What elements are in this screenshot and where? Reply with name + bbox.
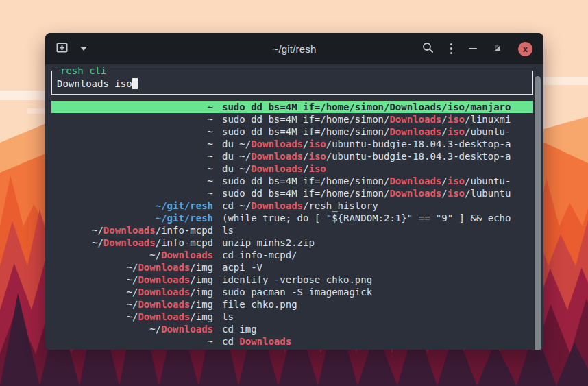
row-command: (while true; do [ "${RANDOM:2:1}" == "9"… [213,212,533,224]
history-row[interactable]: ~/Downloadscd img [51,323,533,335]
new-tab-icon [56,43,68,56]
row-directory: ~/git/resh [51,212,213,224]
history-row[interactable]: ~/Downloads/info-mcpdunzip minhs2.zip [51,237,533,249]
history-row[interactable]: ~/Downloads/imgsudo pacman -S imagemagic… [51,286,533,298]
row-directory: ~ [51,175,213,187]
row-command: sudo dd bs=4M if=/home/simon/Downloads/i… [213,101,533,113]
row-command: du ~/Downloads/iso [213,162,533,175]
row-directory: ~ [51,138,213,150]
row-directory: ~ [51,125,213,138]
history-row[interactable]: ~/Downloads/imgfile chko.png [51,298,533,311]
history-row[interactable]: ~/git/resh(while true; do [ "${RANDOM:2:… [51,212,533,224]
row-directory: ~/Downloads/info-mcpd [51,224,213,237]
menu-button[interactable] [450,43,453,55]
new-tab-button[interactable] [56,43,68,56]
row-directory: ~/Downloads/img [51,298,213,311]
row-command: sudo dd bs=4M if=/home/simon/Downloads/i… [213,125,533,138]
history-row[interactable]: ~du ~/Downloads/iso/ubuntu-budgie-18.04.… [51,150,533,162]
row-directory: ~ [51,101,213,113]
row-directory: ~ [51,335,213,348]
history-row[interactable]: ~sudo dd bs=4M if=/home/simon/Downloads/… [51,175,533,187]
row-command: cd Downloads [213,335,533,348]
row-command: sudo dd bs=4M if=/home/simon/Downloads/i… [213,175,533,187]
minimize-button[interactable] [469,48,477,49]
row-directory: ~/Downloads [51,323,213,335]
history-row[interactable]: ~sudo dd bs=4M if=/home/simon/Downloads/… [51,101,533,113]
terminal-scrollbar[interactable] [535,76,541,350]
close-button[interactable]: x [518,42,532,56]
row-command: acpi -V [213,261,533,274]
history-list: ~sudo dd bs=4M if=/home/simon/Downloads/… [51,101,533,348]
history-row[interactable]: ~/Downloads/info-mcpdls [51,224,533,237]
history-row[interactable]: ~sudo dd bs=4M if=/home/simon/Downloads/… [51,187,533,200]
row-directory: ~/Downloads/img [51,286,213,298]
row-command: du ~/Downloads/iso/ubuntu-budgie-18.04.3… [213,150,533,162]
history-row[interactable]: ~sudo dd bs=4M if=/home/simon/Downloads/… [51,125,533,138]
row-directory: ~ [51,113,213,125]
restore-button[interactable] [493,43,502,55]
search-query[interactable]: Downloads iso [57,76,138,89]
row-directory: ~/git/resh [51,200,213,212]
resh-search-box[interactable]: resh cli Downloads iso [51,71,533,95]
row-directory: ~ [51,150,213,162]
search-box-label: resh cli [60,65,107,76]
row-command: cd info-mcpd/ [213,249,533,261]
row-directory: ~ [51,162,213,175]
tab-dropdown-button[interactable] [80,47,87,51]
terminal-window: ~/git/resh [45,33,543,350]
row-command: cd ~/Downloads/resh_history [213,200,533,212]
row-command: du ~/Downloads/iso/ubuntu-budgie-18.04.3… [213,138,533,150]
history-row[interactable]: ~/Downloads/imgidentify -verbose chko.pn… [51,274,533,286]
history-row[interactable]: ~du ~/Downloads/iso/ubuntu-budgie-18.04.… [51,138,533,150]
history-row[interactable]: ~/Downloadscd info-mcpd/ [51,249,533,261]
restore-down-icon [493,43,502,55]
row-directory: ~/Downloads/img [51,274,213,286]
row-command: cd img [213,323,533,335]
history-row[interactable]: ~/git/reshcd ~/Downloads/resh_history [51,200,533,212]
close-icon: x [518,42,532,56]
titlebar[interactable]: ~/git/resh [45,33,543,64]
history-row[interactable]: ~sudo dd bs=4M if=/home/simon/Downloads/… [51,113,533,125]
row-command: file chko.png [213,298,533,311]
text-cursor [132,78,138,89]
row-command: identify -verbose chko.png [213,274,533,286]
history-row[interactable]: ~/Downloads/imgacpi -V [51,261,533,274]
row-command: ls [213,311,533,323]
history-row[interactable]: ~cd Downloads [51,335,533,348]
chevron-down-icon [80,47,87,51]
row-command: sudo dd bs=4M if=/home/simon/Downloads/i… [213,113,533,125]
row-directory: ~ [51,187,213,200]
row-directory: ~/Downloads/img [51,311,213,323]
search-button[interactable] [422,42,434,56]
row-command: sudo dd bs=4M if=/home/simon/Downloads/i… [213,187,533,200]
kebab-menu-icon [450,43,453,55]
terminal-content[interactable]: resh cli Downloads iso ~sudo dd bs=4M if… [45,71,543,350]
minimize-icon [469,48,477,49]
history-row[interactable]: ~/Downloads/imgls [51,311,533,323]
row-directory: ~/Downloads [51,249,213,261]
history-row[interactable]: ~du ~/Downloads/iso [51,162,533,175]
search-query-text: Downloads iso [57,78,132,89]
row-directory: ~/Downloads/img [51,261,213,274]
row-command: unzip minhs2.zip [213,237,533,249]
row-command: sudo pacman -S imagemagick [213,286,533,298]
search-icon [422,42,434,56]
row-directory: ~/Downloads/info-mcpd [51,237,213,249]
row-command: ls [213,224,533,237]
